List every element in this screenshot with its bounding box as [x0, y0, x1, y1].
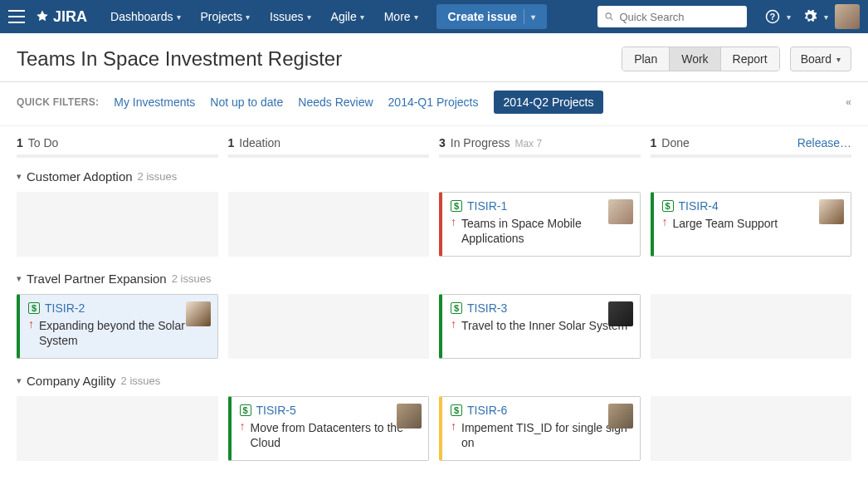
column-in-progress: 3In ProgressMax 7	[439, 136, 641, 149]
filter-q1[interactable]: 2014-Q1 Projects	[388, 96, 479, 109]
priority-up-icon: ↑	[662, 216, 668, 228]
chevron-down-icon: ▾	[414, 12, 418, 22]
issue-key[interactable]: TISIR-3	[467, 301, 507, 315]
issue-card[interactable]: $TISIR-1↑Teams in Space Mobile Applicati…	[439, 192, 641, 257]
issue-key[interactable]: TISIR-6	[467, 404, 507, 417]
column-todo: 1To Do	[17, 136, 218, 149]
issue-card[interactable]: $TISIR-3↑Travel to the Inner Solar Syste…	[439, 294, 641, 359]
chevron-down-icon: ▾	[246, 12, 250, 22]
swimlane-count: 2 issues	[121, 375, 161, 387]
svg-line-1	[611, 18, 613, 21]
quick-search[interactable]	[597, 6, 747, 27]
issue-summary: Move from Datacenters to the Cloud	[251, 420, 421, 450]
swimlane-header[interactable]: ▾Travel Partner Expansion2 issues	[0, 260, 868, 291]
column-ideation: 1Ideation	[228, 136, 430, 149]
swimlane-header[interactable]: ▾Customer Adoption2 issues	[0, 158, 868, 189]
priority-up-icon: ↑	[240, 420, 246, 432]
assignee-avatar[interactable]	[608, 404, 633, 429]
investment-type-icon: $	[451, 302, 462, 314]
filter-needs-review[interactable]: Needs Review	[298, 96, 373, 109]
priority-up-icon: ↑	[451, 318, 456, 330]
priority-up-icon: ↑	[451, 420, 456, 432]
issue-key[interactable]: TISIR-2	[45, 301, 85, 315]
chevron-down-icon: ▾	[177, 12, 181, 22]
release-link[interactable]: Release…	[797, 136, 851, 149]
app-switcher-icon[interactable]	[8, 10, 25, 23]
search-input[interactable]	[619, 11, 740, 23]
board-cell[interactable]: $TISIR-1↑Teams in Space Mobile Applicati…	[439, 192, 641, 257]
issue-card[interactable]: $TISIR-6↑Impement TIS_ID for single sign…	[439, 396, 641, 461]
nav-projects[interactable]: Projects▾	[193, 5, 259, 28]
tab-work[interactable]: Work	[670, 47, 720, 71]
issue-key[interactable]: TISIR-1	[467, 199, 507, 213]
help-icon[interactable]: ?	[763, 7, 782, 26]
swimlane-name: Customer Adoption	[27, 169, 133, 184]
issue-summary: Expanding beyond the Solar System	[39, 318, 209, 348]
nav-agile[interactable]: Agile▾	[323, 5, 373, 28]
board-cell[interactable]: $TISIR-2↑Expanding beyond the Solar Syst…	[17, 294, 218, 359]
chevron-down-icon: ▾	[17, 375, 22, 386]
jira-logo[interactable]: JIRA	[35, 8, 87, 26]
issue-summary: Impement TIS_ID for single sign on	[461, 420, 631, 450]
board-cell[interactable]	[228, 192, 430, 257]
chevron-down-icon: ▾	[787, 12, 791, 22]
create-issue-button[interactable]: Create issue▾	[436, 4, 547, 29]
chevron-down-icon: ▾	[824, 12, 828, 22]
issue-card[interactable]: $TISIR-4↑Large Team Support	[651, 192, 852, 257]
board-cell[interactable]: $TISIR-3↑Travel to the Inner Solar Syste…	[439, 294, 641, 359]
chevron-down-icon: ▾	[17, 273, 22, 284]
chevron-down-icon: ▾	[360, 12, 364, 22]
tab-plan[interactable]: Plan	[622, 47, 670, 71]
jira-logo-icon	[35, 9, 50, 24]
chevron-down-icon: ▾	[17, 171, 22, 182]
page-header: Teams In Space Investment Register Plan …	[0, 33, 868, 82]
nav-dashboards[interactable]: Dashboards▾	[102, 5, 189, 28]
issue-key[interactable]: TISIR-4	[679, 199, 719, 213]
issue-summary: Large Team Support	[673, 216, 778, 231]
nav-more[interactable]: More▾	[376, 5, 427, 28]
swimlane-row: $TISIR-2↑Expanding beyond the Solar Syst…	[0, 291, 868, 362]
board-menu[interactable]: Board▾	[790, 47, 851, 71]
nav-issues[interactable]: Issues▾	[261, 5, 319, 28]
user-avatar[interactable]	[835, 4, 860, 29]
swimlane-row: $TISIR-5↑Move from Datacenters to the Cl…	[0, 393, 868, 464]
board-cell[interactable]: $TISIR-4↑Large Team Support	[651, 192, 852, 257]
board-cell[interactable]	[651, 294, 852, 359]
swimlane-header[interactable]: ▾Company Agility2 issues	[0, 362, 868, 393]
swimlane-row: $TISIR-1↑Teams in Space Mobile Applicati…	[0, 189, 868, 260]
filters-label: QUICK FILTERS:	[17, 96, 99, 108]
filter-not-up-to-date[interactable]: Not up to date	[210, 96, 283, 109]
collapse-icon[interactable]: «	[846, 96, 851, 108]
chevron-down-icon: ▾	[307, 12, 311, 22]
filter-my-investments[interactable]: My Investments	[114, 96, 195, 109]
tab-report[interactable]: Report	[721, 47, 779, 71]
issue-summary: Travel to the Inner Solar System	[461, 318, 627, 333]
priority-up-icon: ↑	[28, 318, 34, 330]
column-done: 1DoneRelease…	[651, 136, 852, 149]
board-cell[interactable]	[651, 396, 852, 461]
issue-summary: Teams in Space Mobile Applications	[461, 216, 631, 246]
investment-type-icon: $	[451, 200, 462, 212]
board-cell[interactable]	[17, 396, 218, 461]
assignee-avatar[interactable]	[608, 199, 633, 224]
logo-text: JIRA	[53, 8, 87, 26]
nav-items: Dashboards▾ Projects▾ Issues▾ Agile▾ Mor…	[102, 4, 547, 29]
issue-card[interactable]: $TISIR-2↑Expanding beyond the Solar Syst…	[17, 294, 218, 359]
assignee-avatar[interactable]	[397, 404, 422, 429]
board-cell[interactable]	[17, 192, 218, 257]
swimlane-count: 2 issues	[172, 272, 212, 285]
board-cell[interactable]: $TISIR-5↑Move from Datacenters to the Cl…	[228, 396, 430, 461]
swimlane-count: 2 issues	[138, 170, 178, 183]
assignee-avatar[interactable]	[819, 199, 844, 224]
filter-q2[interactable]: 2014-Q2 Projects	[494, 91, 604, 114]
issue-card[interactable]: $TISIR-5↑Move from Datacenters to the Cl…	[228, 396, 430, 461]
chevron-down-icon: ▾	[531, 12, 535, 22]
assignee-avatar[interactable]	[608, 301, 633, 326]
chevron-down-icon: ▾	[836, 55, 841, 64]
board-cell[interactable]	[228, 294, 430, 359]
assignee-avatar[interactable]	[186, 301, 211, 326]
issue-key[interactable]: TISIR-5	[256, 404, 296, 417]
columns-header: 1To Do 1Ideation 3In ProgressMax 7 1Done…	[0, 126, 868, 154]
gear-icon[interactable]	[801, 7, 819, 26]
board-cell[interactable]: $TISIR-6↑Impement TIS_ID for single sign…	[439, 396, 641, 461]
